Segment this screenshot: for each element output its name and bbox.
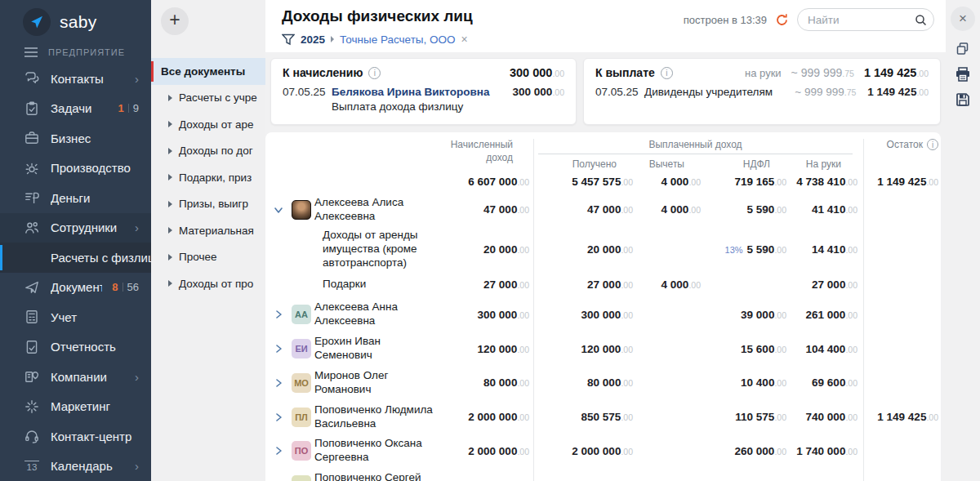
table-row[interactable]: ПСПоповиченко Сергей Миронович2 000 000.… [265, 468, 941, 481]
filter-organization[interactable]: Точные Расчеты, ООО [340, 33, 456, 46]
person-name[interactable]: Поповиченко Людмила Васильевна [314, 403, 446, 431]
refresh-icon[interactable] [775, 13, 789, 27]
sidebar-item-production[interactable]: Производство [0, 154, 151, 184]
person-name[interactable]: Ерохин Иван Семенович [314, 335, 446, 363]
info-icon[interactable]: i [927, 139, 938, 150]
close-icon[interactable]: × [951, 7, 975, 31]
col-ndfl-label[interactable]: НДФЛ [701, 154, 786, 170]
document-date: 07.05.25 [283, 86, 332, 98]
expand-chevron-icon[interactable] [265, 446, 292, 456]
app-sidebar: saby ПРЕДПРИЯТИЕ Контакты›Задачи19Бизнес… [0, 0, 151, 481]
sidebar-item-documents[interactable]: Документы856 [0, 273, 151, 303]
person-name[interactable]: Поповиченко Оксана Сергеевна [314, 437, 446, 465]
col-net-label[interactable]: На руки [786, 154, 858, 170]
sidebar-item-business[interactable]: Бизнес [0, 123, 151, 154]
expand-triangle-icon[interactable] [168, 121, 172, 127]
doc-tree-label: Все документы [161, 65, 245, 78]
doc-tree-item[interactable]: Доходы от про [151, 270, 265, 297]
print-icon[interactable] [955, 67, 971, 82]
accrual-card-title: К начислению [283, 66, 363, 79]
accrued-amount: 80 000.00 [446, 376, 529, 389]
person-name[interactable]: Поповиченко Сергей Миронович [314, 471, 446, 481]
sidebar-item-companies[interactable]: Компании› [0, 362, 151, 392]
avatar: МО [292, 373, 311, 393]
doc-tree-item[interactable]: Расчеты с учре [151, 85, 265, 112]
table-row[interactable]: Подарки27 000.0027 000.004 000.0027 000.… [265, 274, 941, 297]
filter-funnel-icon[interactable] [282, 33, 295, 46]
table-row[interactable]: ПОПоповиченко Оксана Сергеевна2 000 000.… [265, 434, 941, 468]
filter-year[interactable]: 2025 [301, 33, 325, 46]
person-name[interactable]: Алексеева Алиса Алексеевна [314, 196, 446, 224]
table-row[interactable]: Алексеева Алиса Алексеевна47 000.0047 00… [265, 193, 941, 227]
expand-triangle-icon[interactable] [168, 95, 172, 101]
sidebar-item-money[interactable]: Деньги [0, 183, 151, 213]
sidebar-item-payments-individuals[interactable]: Расчеты с физлиц [0, 243, 151, 273]
table-row[interactable]: МОМиронов Олег Романович80 000.0080 000.… [265, 366, 941, 400]
person-name[interactable]: Алексеева Анна Алексеевна [314, 301, 446, 328]
table-row[interactable]: ПЛПоповиченко Людмила Васильевна2 000 00… [265, 400, 941, 434]
document-type: Дивиденды учредителям [644, 86, 773, 98]
search-input[interactable] [808, 14, 915, 26]
table-row[interactable]: ЕИЕрохин Иван Семенович120 000.00120 000… [265, 332, 941, 366]
expand-chevron-icon[interactable] [265, 344, 292, 354]
doc-tree-label: Прочее [179, 251, 216, 263]
person-name[interactable]: Миронов Олег Романович [314, 369, 446, 397]
filter-remove-icon[interactable]: × [461, 33, 468, 46]
doc-tree-item[interactable]: Все документы [151, 58, 265, 85]
brand-name: saby [60, 12, 97, 32]
total-deductions: 4 000.00 [633, 176, 701, 188]
table-header: Начисленный доход Выплаченный доход Полу… [265, 139, 941, 170]
sidebar-item-label: Сотрудники [51, 220, 125, 234]
expand-triangle-icon[interactable] [168, 148, 172, 154]
doc-tree-item[interactable]: Материальная [151, 217, 265, 244]
sidebar-item-tasks[interactable]: Задачи19 [0, 94, 151, 124]
search-icon[interactable] [915, 14, 927, 26]
accrued-amount: 2 000 000.00 [446, 411, 529, 423]
received-amount: 20 000.00 [533, 243, 633, 256]
sidebar-item-contact-center[interactable]: Контакт-центр [0, 421, 151, 452]
doc-tree-item[interactable]: Призы, выигр [151, 191, 265, 218]
expand-chevron-icon[interactable] [265, 205, 292, 215]
expand-chevron-icon[interactable] [265, 412, 292, 422]
doc-tree-item[interactable]: Доходы по дог [151, 138, 265, 165]
total-received: 5 457 575.00 [533, 176, 633, 188]
sidebar-item-reporting[interactable]: Отчетность [0, 332, 151, 363]
ndfl-amount: 13%5 590.00 [701, 243, 786, 256]
breadcrumb-arrow-icon [331, 36, 334, 42]
sidebar-item-calendar[interactable]: 13Календарь› [0, 452, 151, 481]
col-rest-label[interactable]: Остаток [887, 139, 923, 150]
payout-card[interactable]: К выплате i на руки ~ 999 999.75 1 149 4… [583, 58, 941, 125]
expand-triangle-icon[interactable] [168, 201, 172, 207]
expand-chevron-icon[interactable] [265, 378, 292, 388]
col-received-label[interactable]: Получено [533, 154, 633, 170]
column-divider [533, 139, 534, 481]
copy-icon[interactable] [956, 42, 970, 56]
sidebar-item-contacts[interactable]: Контакты› [0, 64, 151, 94]
add-document-button[interactable]: + [161, 7, 189, 35]
table-row[interactable]: АААлексеева Анна Алексеевна300 000.00300… [265, 297, 941, 332]
accrued-amount: 300 000.00 [446, 309, 529, 321]
hamburger-menu-icon[interactable] [24, 47, 38, 57]
sidebar-item-employees[interactable]: Сотрудники› [0, 213, 151, 243]
col-accrued-label[interactable]: Начисленный доход [441, 139, 513, 164]
accrual-card[interactable]: К начислению i 300 000.00 07.05.25 Беляк… [270, 58, 577, 125]
doc-tree-item[interactable]: Прочее [151, 244, 265, 271]
person-link[interactable]: Белякова Ирина Викторовна [332, 86, 489, 98]
expand-triangle-icon[interactable] [168, 280, 172, 287]
info-icon[interactable]: i [368, 67, 381, 79]
table-row[interactable]: Доходы от аренды имущества (кроме автотр… [265, 227, 941, 275]
sidebar-item-accounting[interactable]: Учет [0, 302, 151, 332]
expand-triangle-icon[interactable] [168, 174, 172, 180]
doc-tree-item[interactable]: Доходы от аре [151, 111, 265, 138]
expand-triangle-icon[interactable] [168, 254, 172, 261]
info-icon[interactable]: i [661, 67, 673, 79]
brand-logo[interactable]: saby [0, 0, 151, 42]
expand-chevron-icon[interactable] [265, 310, 292, 319]
doc-tree-item[interactable]: Подарки, приз [151, 164, 265, 191]
col-deductions-label[interactable]: Вычеты [633, 154, 701, 170]
summary-cards: К начислению i 300 000.00 07.05.25 Беляк… [265, 52, 946, 132]
sidebar-item-marketing[interactable]: Маркетинг [0, 392, 151, 422]
save-icon[interactable] [956, 92, 970, 107]
right-toolbar: × [946, 0, 980, 481]
expand-triangle-icon[interactable] [168, 227, 172, 234]
